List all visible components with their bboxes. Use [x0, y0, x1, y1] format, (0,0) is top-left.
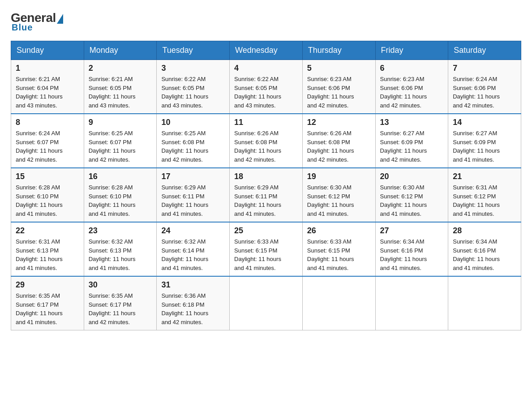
- day-header-tuesday: Tuesday: [157, 41, 230, 60]
- calendar-week-3: 15Sunrise: 6:28 AMSunset: 6:10 PMDayligh…: [11, 168, 521, 222]
- day-number: 11: [234, 118, 298, 127]
- calendar-cell: 23Sunrise: 6:32 AMSunset: 6:13 PMDayligh…: [84, 222, 157, 276]
- day-number: 23: [89, 226, 152, 235]
- calendar-cell: 24Sunrise: 6:32 AMSunset: 6:14 PMDayligh…: [157, 222, 230, 276]
- calendar-cell: 2Sunrise: 6:21 AMSunset: 6:05 PMDaylight…: [84, 60, 157, 114]
- calendar-cell: [448, 276, 521, 330]
- day-info: Sunrise: 6:31 AMSunset: 6:13 PMDaylight:…: [16, 237, 79, 272]
- calendar-cell: 30Sunrise: 6:35 AMSunset: 6:17 PMDayligh…: [84, 276, 157, 330]
- day-number: 8: [16, 118, 79, 127]
- day-number: 19: [307, 172, 371, 181]
- day-info: Sunrise: 6:32 AMSunset: 6:13 PMDaylight:…: [89, 237, 152, 272]
- day-info: Sunrise: 6:28 AMSunset: 6:10 PMDaylight:…: [89, 183, 152, 218]
- logo-blue-text: Blue: [12, 22, 33, 33]
- calendar-week-1: 1Sunrise: 6:21 AMSunset: 6:04 PMDaylight…: [11, 60, 521, 114]
- day-header-monday: Monday: [84, 41, 157, 60]
- header: General Blue: [11, 11, 521, 33]
- day-info: Sunrise: 6:35 AMSunset: 6:17 PMDaylight:…: [89, 291, 152, 326]
- day-number: 10: [161, 118, 225, 127]
- calendar-cell: 10Sunrise: 6:25 AMSunset: 6:08 PMDayligh…: [157, 114, 230, 168]
- day-info: Sunrise: 6:35 AMSunset: 6:17 PMDaylight:…: [16, 291, 79, 326]
- day-number: 29: [16, 280, 79, 290]
- day-info: Sunrise: 6:26 AMSunset: 6:08 PMDaylight:…: [234, 129, 298, 164]
- days-header-row: SundayMondayTuesdayWednesdayThursdayFrid…: [11, 41, 521, 60]
- calendar-week-4: 22Sunrise: 6:31 AMSunset: 6:13 PMDayligh…: [11, 222, 521, 276]
- calendar-cell: 17Sunrise: 6:29 AMSunset: 6:11 PMDayligh…: [157, 168, 230, 222]
- day-info: Sunrise: 6:31 AMSunset: 6:12 PMDaylight:…: [453, 183, 516, 218]
- calendar-cell: 7Sunrise: 6:24 AMSunset: 6:06 PMDaylight…: [448, 60, 521, 114]
- day-info: Sunrise: 6:33 AMSunset: 6:15 PMDaylight:…: [307, 237, 371, 272]
- day-number: 1: [16, 64, 79, 73]
- day-info: Sunrise: 6:22 AMSunset: 6:05 PMDaylight:…: [161, 75, 225, 110]
- day-number: 5: [307, 64, 371, 73]
- day-info: Sunrise: 6:24 AMSunset: 6:06 PMDaylight:…: [453, 75, 516, 110]
- day-info: Sunrise: 6:23 AMSunset: 6:06 PMDaylight:…: [380, 75, 444, 110]
- day-info: Sunrise: 6:27 AMSunset: 6:09 PMDaylight:…: [380, 129, 444, 164]
- logo-triangle-icon: [57, 14, 63, 24]
- calendar-cell: [302, 276, 375, 330]
- day-number: 16: [89, 172, 152, 181]
- day-info: Sunrise: 6:25 AMSunset: 6:07 PMDaylight:…: [89, 129, 152, 164]
- calendar-cell: 11Sunrise: 6:26 AMSunset: 6:08 PMDayligh…: [230, 114, 303, 168]
- calendar-cell: [375, 276, 448, 330]
- day-info: Sunrise: 6:25 AMSunset: 6:08 PMDaylight:…: [161, 129, 225, 164]
- calendar-cell: 14Sunrise: 6:27 AMSunset: 6:09 PMDayligh…: [448, 114, 521, 168]
- day-info: Sunrise: 6:30 AMSunset: 6:12 PMDaylight:…: [380, 183, 444, 218]
- day-number: 7: [453, 64, 516, 73]
- calendar-table: SundayMondayTuesdayWednesdayThursdayFrid…: [11, 41, 521, 330]
- calendar-cell: 25Sunrise: 6:33 AMSunset: 6:15 PMDayligh…: [230, 222, 303, 276]
- calendar-week-5: 29Sunrise: 6:35 AMSunset: 6:17 PMDayligh…: [11, 276, 521, 330]
- calendar-cell: 3Sunrise: 6:22 AMSunset: 6:05 PMDaylight…: [157, 60, 230, 114]
- calendar-cell: 28Sunrise: 6:34 AMSunset: 6:16 PMDayligh…: [448, 222, 521, 276]
- day-number: 4: [234, 64, 298, 73]
- day-info: Sunrise: 6:27 AMSunset: 6:09 PMDaylight:…: [453, 129, 516, 164]
- day-info: Sunrise: 6:33 AMSunset: 6:15 PMDaylight:…: [234, 237, 298, 272]
- day-info: Sunrise: 6:29 AMSunset: 6:11 PMDaylight:…: [161, 183, 225, 218]
- day-info: Sunrise: 6:34 AMSunset: 6:16 PMDaylight:…: [380, 237, 444, 272]
- day-header-thursday: Thursday: [302, 41, 375, 60]
- calendar-cell: 16Sunrise: 6:28 AMSunset: 6:10 PMDayligh…: [84, 168, 157, 222]
- calendar-cell: 1Sunrise: 6:21 AMSunset: 6:04 PMDaylight…: [11, 60, 84, 114]
- day-number: 25: [234, 226, 298, 235]
- calendar-cell: 31Sunrise: 6:36 AMSunset: 6:18 PMDayligh…: [157, 276, 230, 330]
- calendar-cell: 9Sunrise: 6:25 AMSunset: 6:07 PMDaylight…: [84, 114, 157, 168]
- day-info: Sunrise: 6:32 AMSunset: 6:14 PMDaylight:…: [161, 237, 225, 272]
- day-number: 18: [234, 172, 298, 181]
- day-number: 31: [161, 280, 225, 290]
- calendar-cell: 18Sunrise: 6:29 AMSunset: 6:11 PMDayligh…: [230, 168, 303, 222]
- calendar-cell: 4Sunrise: 6:22 AMSunset: 6:05 PMDaylight…: [230, 60, 303, 114]
- day-info: Sunrise: 6:24 AMSunset: 6:07 PMDaylight:…: [16, 129, 79, 164]
- day-number: 12: [307, 118, 371, 127]
- calendar-cell: 19Sunrise: 6:30 AMSunset: 6:12 PMDayligh…: [302, 168, 375, 222]
- day-number: 20: [380, 172, 444, 181]
- day-info: Sunrise: 6:26 AMSunset: 6:08 PMDaylight:…: [307, 129, 371, 164]
- day-info: Sunrise: 6:21 AMSunset: 6:05 PMDaylight:…: [89, 75, 152, 110]
- day-number: 13: [380, 118, 444, 127]
- day-info: Sunrise: 6:34 AMSunset: 6:16 PMDaylight:…: [453, 237, 516, 272]
- day-number: 22: [16, 226, 79, 235]
- calendar-cell: 15Sunrise: 6:28 AMSunset: 6:10 PMDayligh…: [11, 168, 84, 222]
- day-number: 17: [161, 172, 225, 181]
- calendar-cell: 5Sunrise: 6:23 AMSunset: 6:06 PMDaylight…: [302, 60, 375, 114]
- day-info: Sunrise: 6:21 AMSunset: 6:04 PMDaylight:…: [16, 75, 79, 110]
- day-number: 30: [89, 280, 152, 290]
- day-number: 24: [161, 226, 225, 235]
- logo: General Blue: [11, 11, 64, 33]
- day-number: 6: [380, 64, 444, 73]
- day-info: Sunrise: 6:29 AMSunset: 6:11 PMDaylight:…: [234, 183, 298, 218]
- day-number: 14: [453, 118, 516, 127]
- calendar-cell: 22Sunrise: 6:31 AMSunset: 6:13 PMDayligh…: [11, 222, 84, 276]
- calendar-cell: 26Sunrise: 6:33 AMSunset: 6:15 PMDayligh…: [302, 222, 375, 276]
- day-number: 26: [307, 226, 371, 235]
- day-number: 21: [453, 172, 516, 181]
- calendar-cell: 6Sunrise: 6:23 AMSunset: 6:06 PMDaylight…: [375, 60, 448, 114]
- day-number: 2: [89, 64, 152, 73]
- calendar-cell: 20Sunrise: 6:30 AMSunset: 6:12 PMDayligh…: [375, 168, 448, 222]
- calendar-cell: [230, 276, 303, 330]
- day-number: 9: [89, 118, 152, 127]
- day-number: 3: [161, 64, 225, 73]
- day-info: Sunrise: 6:30 AMSunset: 6:12 PMDaylight:…: [307, 183, 371, 218]
- calendar-week-2: 8Sunrise: 6:24 AMSunset: 6:07 PMDaylight…: [11, 114, 521, 168]
- day-header-wednesday: Wednesday: [230, 41, 303, 60]
- calendar-cell: 8Sunrise: 6:24 AMSunset: 6:07 PMDaylight…: [11, 114, 84, 168]
